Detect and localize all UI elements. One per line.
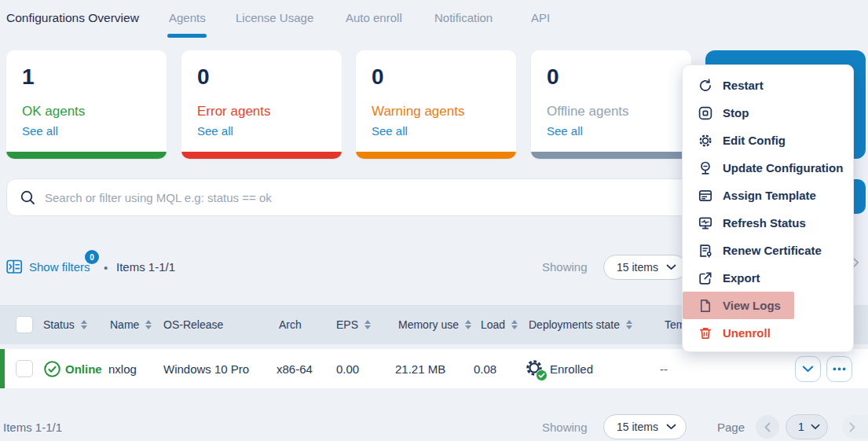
agent-load: 0.08 — [474, 349, 496, 388]
offline-agents-color-bar — [531, 152, 691, 159]
gear-icon — [698, 134, 712, 148]
items-count-bottom: Items 1-1/1 — [3, 421, 62, 434]
card-error-agents: 0 Error agents See all — [181, 50, 342, 159]
agent-eps: 0.00 — [336, 349, 359, 388]
page-size-value-top: 15 items — [617, 261, 658, 274]
next-page-button[interactable] — [842, 415, 868, 439]
agent-template: -- — [660, 349, 668, 388]
show-filters-button[interactable]: Show filters — [6, 259, 90, 274]
agent-deployments-state: Enrolled — [550, 349, 593, 388]
menu-item-unenroll[interactable]: Unenroll — [683, 319, 853, 347]
page-title: Configurations Overview — [6, 11, 139, 25]
select-all-checkbox[interactable] — [16, 316, 33, 333]
refresh-status-icon — [698, 216, 712, 230]
error-agents-count: 0 — [197, 64, 210, 90]
trash-icon — [698, 326, 712, 340]
column-header-arch[interactable]: Arch — [279, 305, 302, 344]
top-nav: Configurations Overview Agents License U… — [0, 0, 868, 38]
column-header-eps[interactable]: EPS — [336, 305, 371, 344]
ok-agents-see-all-link[interactable]: See all — [22, 124, 58, 138]
sort-icon[interactable] — [81, 320, 87, 329]
menu-item-assign-template[interactable]: Assign Template — [683, 182, 853, 209]
error-agents-label: Error agents — [197, 104, 271, 119]
tab-license-usage[interactable]: License Usage — [236, 11, 313, 24]
agent-name: nxlog — [108, 349, 137, 388]
restart-icon — [698, 79, 712, 93]
warning-agents-count: 0 — [372, 64, 384, 90]
ellipsis-icon — [833, 367, 846, 371]
search-icon — [20, 189, 36, 206]
ok-agents-color-bar — [6, 152, 167, 159]
tab-auto-enroll[interactable]: Auto enroll — [346, 11, 402, 24]
ok-agents-count: 1 — [22, 64, 35, 90]
agent-arch: x86-64 — [277, 349, 313, 388]
menu-item-update-configuration[interactable]: Update Configuration — [683, 154, 853, 182]
enrolled-gear-icon — [525, 349, 545, 388]
page-size-value-bottom: 15 items — [617, 421, 658, 433]
menu-item-restart[interactable]: Restart — [683, 72, 853, 99]
row-actions-button[interactable] — [826, 356, 852, 382]
column-header-name[interactable]: Name — [110, 305, 152, 344]
certificate-icon — [698, 244, 712, 258]
row-expand-button[interactable] — [795, 356, 821, 382]
column-header-load[interactable]: Load — [481, 305, 518, 344]
current-page-select[interactable]: 1 — [786, 414, 828, 439]
chevron-down-icon — [666, 264, 676, 270]
error-agents-see-all-link[interactable]: See all — [197, 124, 233, 138]
filter-panel-icon — [6, 259, 23, 274]
export-icon — [698, 271, 712, 285]
search-bar — [6, 178, 762, 216]
menu-item-renew-certificate[interactable]: Renew Certificate — [683, 237, 853, 264]
pagination-footer: Items 1-1/1 Showing 15 items Page 1 — [0, 412, 868, 441]
sort-icon[interactable] — [626, 320, 632, 329]
tab-agents[interactable]: Agents — [169, 11, 206, 24]
offline-agents-label: Offline agents — [547, 104, 629, 119]
column-header-deployments-state[interactable]: Deployments state — [529, 305, 632, 344]
agents-page: Configurations Overview Agents License U… — [0, 0, 868, 441]
card-warning-agents: 0 Warning agents See all — [356, 50, 516, 159]
chevron-down-icon — [802, 366, 814, 373]
chevron-left-icon — [764, 422, 771, 432]
menu-item-export[interactable]: Export — [683, 264, 853, 292]
table-row[interactable]: Online nxlog Windows 10 Pro x86-64 0.00 … — [0, 349, 868, 388]
page-label: Page — [717, 421, 745, 434]
agent-status: Online — [65, 349, 102, 388]
warning-agents-see-all-link[interactable]: See all — [372, 124, 408, 138]
chevron-right-icon — [849, 422, 855, 432]
page-size-select-top[interactable]: 15 items — [603, 255, 687, 280]
online-check-icon — [43, 349, 61, 388]
column-header-memory-use[interactable]: Memory use — [398, 305, 471, 344]
active-tab-indicator — [167, 34, 207, 38]
menu-item-edit-config[interactable]: Edit Config — [683, 127, 853, 154]
row-checkbox[interactable] — [16, 360, 33, 377]
previous-page-button[interactable] — [756, 415, 779, 439]
update-config-icon — [698, 161, 712, 175]
tab-api[interactable]: API — [531, 11, 550, 24]
sort-icon[interactable] — [511, 320, 518, 329]
error-agents-color-bar — [181, 152, 342, 159]
offline-agents-count: 0 — [547, 64, 559, 90]
offline-agents-see-all-link[interactable]: See all — [547, 124, 583, 138]
column-header-status[interactable]: Status — [43, 305, 87, 344]
search-input[interactable] — [45, 179, 736, 215]
row-actions-menu: Restart Stop Edit Config Update Configur… — [682, 64, 854, 352]
chevron-down-icon — [811, 424, 820, 430]
column-header-os-release[interactable]: OS-Release — [163, 305, 223, 344]
stop-icon — [698, 106, 712, 120]
menu-item-refresh-status[interactable]: Refresh Status — [683, 209, 853, 237]
enrolled-check-badge — [536, 369, 548, 381]
show-filters-label: Show filters — [29, 260, 90, 274]
sort-icon[interactable] — [145, 320, 152, 329]
tab-notification[interactable]: Notification — [434, 11, 493, 24]
chevron-down-icon — [666, 424, 676, 430]
sort-icon[interactable] — [364, 320, 371, 329]
document-icon — [698, 299, 712, 313]
row-status-accent — [0, 349, 5, 388]
card-offline-agents: 0 Offline agents See all — [531, 50, 691, 159]
menu-item-stop[interactable]: Stop — [683, 99, 853, 127]
template-icon — [698, 189, 712, 203]
sort-icon[interactable] — [465, 320, 471, 329]
page-size-select-bottom[interactable]: 15 items — [603, 414, 687, 439]
warning-agents-color-bar — [356, 152, 516, 159]
menu-item-view-logs[interactable]: View Logs — [683, 292, 794, 319]
